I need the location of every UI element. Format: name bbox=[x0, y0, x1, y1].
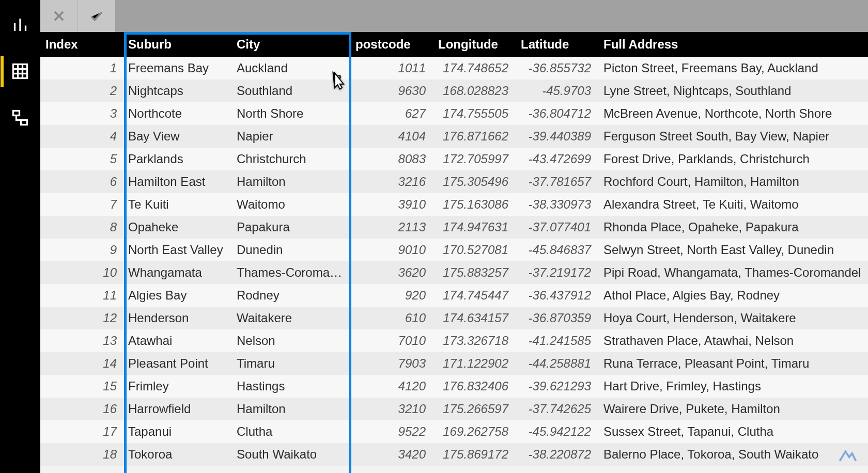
cell-full-address[interactable]: Pipi Road, Whangamata, Thames-Coromandel bbox=[598, 261, 868, 284]
cell-suburb[interactable]: Henderson bbox=[123, 307, 231, 329]
cell-postcode[interactable]: 2113 bbox=[350, 216, 433, 239]
cell-postcode[interactable]: 4104 bbox=[350, 125, 433, 148]
cell-postcode[interactable]: 7903 bbox=[350, 352, 433, 375]
cell-city[interactable]: Southland bbox=[231, 80, 350, 102]
formula-cancel-button[interactable] bbox=[40, 0, 78, 32]
cell-postcode[interactable]: 9522 bbox=[350, 420, 433, 443]
cell-longitude[interactable]: 175.163086 bbox=[433, 193, 516, 216]
cell-postcode[interactable]: 1011 bbox=[350, 57, 433, 80]
cell-latitude[interactable]: -36.870359 bbox=[516, 307, 598, 329]
cell-full-address[interactable]: Runa Terrace, Pleasant Point, Timaru bbox=[598, 352, 868, 375]
cell-longitude[interactable]: 174.748652 bbox=[433, 57, 516, 80]
cell-latitude[interactable]: -44.258881 bbox=[516, 352, 598, 375]
cell-latitude[interactable]: -37.077401 bbox=[516, 216, 598, 239]
cell-index[interactable]: 16 bbox=[40, 398, 123, 420]
cell-longitude[interactable]: 172.705997 bbox=[433, 148, 516, 170]
cell-suburb[interactable]: Tapanui bbox=[123, 420, 231, 443]
cell-full-address[interactable]: Selwyn Street, North East Valley, Dunedi… bbox=[598, 239, 868, 261]
cell-suburb[interactable]: Bay View bbox=[123, 125, 231, 148]
cell-postcode[interactable]: 610 bbox=[350, 307, 433, 329]
cell-suburb[interactable]: Northcote bbox=[123, 102, 231, 125]
cell-postcode[interactable]: 3216 bbox=[350, 170, 433, 193]
cell-postcode[interactable]: 4120 bbox=[350, 375, 433, 398]
cell-latitude[interactable]: -36.437912 bbox=[516, 284, 598, 307]
cell-suburb[interactable]: Algies Bay bbox=[123, 284, 231, 307]
cell-suburb[interactable]: Atawhai bbox=[123, 329, 231, 352]
cell-postcode[interactable]: 9010 bbox=[350, 239, 433, 261]
table-row[interactable]: 9North East ValleyDunedin9010170.527081-… bbox=[40, 239, 868, 261]
cell-full-address[interactable]: Sussex Street, Tapanui, Clutha bbox=[598, 420, 868, 443]
cell-latitude[interactable]: -45.846837 bbox=[516, 239, 598, 261]
cell-longitude[interactable]: 169.262758 bbox=[433, 420, 516, 443]
table-row[interactable]: 7Te KuitiWaitomo3910175.163086-38.330973… bbox=[40, 193, 868, 216]
cell-longitude[interactable]: 174.755505 bbox=[433, 102, 516, 125]
cell-full-address[interactable]: McBreen Avenue, Northcote, North Shore bbox=[598, 102, 868, 125]
cell-latitude[interactable]: -39.440389 bbox=[516, 125, 598, 148]
cell-index[interactable]: 12 bbox=[40, 307, 123, 329]
cell-full-address[interactable]: Rochford Court, Hamilton, Hamilton bbox=[598, 170, 868, 193]
formula-input[interactable] bbox=[115, 0, 868, 32]
cell-city[interactable]: Hamilton bbox=[231, 398, 350, 420]
cell-full-address[interactable]: Picton Street, Freemans Bay, Auckland bbox=[598, 57, 868, 80]
cell-full-address[interactable]: Hoya Court, Henderson, Waitakere bbox=[598, 307, 868, 329]
cell-postcode[interactable]: 8083 bbox=[350, 148, 433, 170]
table-row[interactable]: 8OpahekePapakura2113174.947631-37.077401… bbox=[40, 216, 868, 239]
cell-latitude[interactable]: -37.219172 bbox=[516, 261, 598, 284]
cell-index[interactable]: 7 bbox=[40, 193, 123, 216]
column-header-longitude[interactable]: Longitude bbox=[433, 32, 516, 57]
cell-index[interactable]: 15 bbox=[40, 375, 123, 398]
cell-full-address[interactable]: Wairere Drive, Pukete, Hamilton bbox=[598, 398, 868, 420]
cell-longitude[interactable]: 176.871662 bbox=[433, 125, 516, 148]
cell-postcode[interactable]: 3210 bbox=[350, 398, 433, 420]
cell-city[interactable]: Clutha bbox=[231, 420, 350, 443]
table-row[interactable]: 16HarrowfieldHamilton3210175.266597-37.7… bbox=[40, 398, 868, 420]
cell-postcode[interactable]: 3420 bbox=[350, 443, 433, 466]
cell-latitude[interactable]: -38.220872 bbox=[516, 443, 598, 466]
cell-latitude[interactable]: -36.804712 bbox=[516, 102, 598, 125]
cell-suburb[interactable]: Frimley bbox=[123, 375, 231, 398]
cell-longitude[interactable]: 171.122902 bbox=[433, 352, 516, 375]
table-row[interactable]: 1Freemans BayAuckland1011174.748652-36.8… bbox=[40, 57, 868, 80]
formula-commit-button[interactable] bbox=[78, 0, 115, 32]
cell-longitude[interactable]: 173.326718 bbox=[433, 329, 516, 352]
table-row[interactable]: 11Algies BayRodney920174.745447-36.43791… bbox=[40, 284, 868, 307]
cell-index[interactable]: 2 bbox=[40, 80, 123, 102]
cell-city[interactable]: Waitakere bbox=[231, 307, 350, 329]
column-header-postcode[interactable]: postcode bbox=[350, 32, 433, 57]
cell-full-address[interactable]: Rhonda Place, Opaheke, Papakura bbox=[598, 216, 868, 239]
cell-latitude[interactable]: -45.942122 bbox=[516, 420, 598, 443]
cell-full-address[interactable]: Hart Drive, Frimley, Hastings bbox=[598, 375, 868, 398]
cell-postcode[interactable]: 627 bbox=[350, 102, 433, 125]
cell-city[interactable]: North Shore bbox=[231, 102, 350, 125]
table-row[interactable]: 6Hamilton EastHamilton3216175.305496-37.… bbox=[40, 170, 868, 193]
cell-longitude[interactable]: 168.028823 bbox=[433, 80, 516, 102]
cell-suburb[interactable]: Te Kuiti bbox=[123, 193, 231, 216]
cell-suburb[interactable]: North East Valley bbox=[123, 239, 231, 261]
table-row[interactable]: 10WhangamataThames-Coromandel3620175.883… bbox=[40, 261, 868, 284]
cell-longitude[interactable]: 175.883257 bbox=[433, 261, 516, 284]
cell-city[interactable]: Papakura bbox=[231, 216, 350, 239]
cell-city[interactable]: Thames-Coromandel bbox=[231, 261, 350, 284]
cell-suburb[interactable]: Harrowfield bbox=[123, 398, 231, 420]
cell-city[interactable]: Dunedin bbox=[231, 239, 350, 261]
cell-latitude[interactable]: -37.742625 bbox=[516, 398, 598, 420]
cell-suburb[interactable]: Whangamata bbox=[123, 261, 231, 284]
table-row[interactable]: 2NightcapsSouthland9630168.028823-45.970… bbox=[40, 80, 868, 102]
nav-report-view[interactable] bbox=[5, 9, 36, 40]
column-header-full-address[interactable]: Full Address bbox=[598, 32, 868, 57]
cell-index[interactable]: 17 bbox=[40, 420, 123, 443]
cell-longitude[interactable]: 170.527081 bbox=[433, 239, 516, 261]
column-header-suburb[interactable]: Suburb bbox=[123, 32, 231, 57]
cell-latitude[interactable]: -43.472699 bbox=[516, 148, 598, 170]
cell-postcode[interactable]: 7010 bbox=[350, 329, 433, 352]
cell-city[interactable]: Auckland bbox=[231, 57, 350, 80]
cell-full-address[interactable]: Lyne Street, Nightcaps, Southland bbox=[598, 80, 868, 102]
table-row[interactable]: 17TapanuiClutha9522169.262758-45.942122S… bbox=[40, 420, 868, 443]
cell-full-address[interactable]: Ferguson Street South, Bay View, Napier bbox=[598, 125, 868, 148]
cell-latitude[interactable]: -45.9703 bbox=[516, 80, 598, 102]
cell-city[interactable]: South Waikato bbox=[231, 443, 350, 466]
cell-index[interactable]: 10 bbox=[40, 261, 123, 284]
cell-city[interactable]: Timaru bbox=[231, 352, 350, 375]
cell-full-address[interactable]: Alexandra Street, Te Kuiti, Waitomo bbox=[598, 193, 868, 216]
cell-index[interactable]: 3 bbox=[40, 102, 123, 125]
